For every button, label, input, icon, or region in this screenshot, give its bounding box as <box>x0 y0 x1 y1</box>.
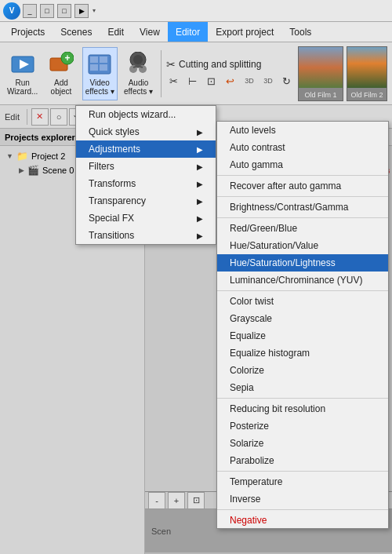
crop-tool-icon[interactable]: ⊡ <box>204 73 220 89</box>
menu-edit[interactable]: Edit <box>100 22 132 42</box>
tb-dropdown-arrow: ▾ <box>93 7 96 14</box>
menu-projects[interactable]: Projects <box>3 22 53 42</box>
circle-button[interactable]: ○ <box>50 108 67 126</box>
add-object-label: Addobject <box>51 78 72 96</box>
transitions-item[interactable]: Transitions ▶ <box>76 227 216 244</box>
audio-effects-button[interactable]: Audioeffects ▾ <box>121 47 156 100</box>
expand-arrow: ▼ <box>6 152 13 160</box>
equalize-histogram-item[interactable]: Equalize histogram <box>217 344 388 362</box>
transforms-item[interactable]: Transforms ▶ <box>76 175 216 192</box>
film-thumb-1-label: Old Film 1 <box>304 91 336 99</box>
tb-icon3[interactable]: □ <box>57 4 71 18</box>
grayscale-item[interactable]: Grayscale <box>217 310 388 327</box>
scene-0-label: Scene 0 <box>42 166 74 175</box>
reducing-bit-resolution-item[interactable]: Reducing bit resolution <box>217 400 388 417</box>
add-object-button[interactable]: + Addobject <box>43 47 78 100</box>
main-toolbar: Run Wizard... + Addobject Videoeffects ▾ <box>0 42 392 105</box>
adj-sep2 <box>217 196 388 197</box>
posterize-item[interactable]: Posterize <box>217 417 388 435</box>
svg-rect-7 <box>100 56 107 63</box>
negative-item[interactable]: Negative <box>217 512 388 529</box>
adj-sep4 <box>217 290 388 291</box>
filters-arrow: ▶ <box>197 162 203 171</box>
menu-scenes[interactable]: Scenes <box>53 22 100 42</box>
auto-contrast-item[interactable]: Auto contrast <box>217 139 388 156</box>
temperature-item[interactable]: Temperature <box>217 473 388 490</box>
recover-after-auto-gamma-item[interactable]: Recover after auto gamma <box>217 177 388 195</box>
video-effects-menu: Run objects wizard... Quick styles ▶ Adj… <box>75 105 216 245</box>
3d-icon2[interactable]: 3D <box>260 73 276 89</box>
film-thumb-1[interactable]: Old Film 1 <box>298 46 343 101</box>
luminance-chrominance-item[interactable]: Luminance/Chrominance (YUV) <box>217 272 388 289</box>
run-objects-wizard-item[interactable]: Run objects wizard... <box>76 106 216 123</box>
red-green-blue-item[interactable]: Red/Green/Blue <box>217 220 388 237</box>
tb-icon4[interactable]: ▶ <box>74 4 89 18</box>
menu-tools[interactable]: Tools <box>281 22 319 42</box>
project-icon: 📁 <box>16 151 28 162</box>
adjustments-item[interactable]: Adjustments ▶ <box>76 140 216 158</box>
edit-label: Edit <box>5 112 20 122</box>
film-thumb-2[interactable]: Old Film 2 <box>347 46 387 101</box>
adj-sep3 <box>217 217 388 218</box>
filters-item[interactable]: Filters ▶ <box>76 158 216 175</box>
audio-effects-label: Audioeffects ▾ <box>124 78 153 96</box>
3d-icon1[interactable]: 3D <box>241 73 257 89</box>
zoom-out-btn[interactable]: - <box>148 492 165 509</box>
close-button[interactable]: ✕ <box>31 108 49 126</box>
hue-saturation-lightness-item[interactable]: Hue/Saturation/Lightness <box>217 254 388 272</box>
sepia-item[interactable]: Sepia <box>217 379 388 396</box>
split-tool-icon[interactable]: ⊢ <box>185 73 201 89</box>
adj-sep6 <box>217 471 388 472</box>
toolbar-row1: ✂ Cutting and splitting <box>166 58 295 71</box>
adj-sep1 <box>217 175 388 176</box>
projects-explorer-label: Projects explorer <box>5 133 75 142</box>
color-twist-item[interactable]: Color twist <box>217 293 388 310</box>
toolbar2-sep1 <box>27 109 27 125</box>
rotate-icon[interactable]: ↻ <box>279 73 295 89</box>
film-thumb-2-bg <box>347 47 387 88</box>
fit-btn[interactable]: ⊡ <box>187 492 205 509</box>
adjustments-submenu: Auto levels Auto contrast Auto gamma Rec… <box>216 121 389 529</box>
inverse-item[interactable]: Inverse <box>217 490 388 508</box>
scene-arrow: ▶ <box>19 166 24 174</box>
transforms-arrow: ▶ <box>197 180 203 188</box>
cut-tool-icon[interactable]: ✂ <box>166 73 182 89</box>
scene-icon: 🎬 <box>27 165 39 176</box>
scene-label: Scen <box>151 527 171 536</box>
parabolize-item[interactable]: Parabolize <box>217 452 388 469</box>
video-effects-label: Videoeffects ▾ <box>85 78 114 96</box>
scissors-icon: ✂ <box>166 58 176 71</box>
run-wizard-icon <box>10 52 35 77</box>
tb-icon2[interactable]: □ <box>40 4 54 18</box>
svg-point-11 <box>133 55 143 64</box>
film-thumb-1-bg <box>299 47 343 88</box>
video-effects-icon <box>87 52 112 77</box>
menu-view[interactable]: View <box>132 22 168 42</box>
minimize-button[interactable]: _ <box>23 4 37 18</box>
quick-styles-item[interactable]: Quick styles ▶ <box>76 123 216 140</box>
transparency-arrow: ▶ <box>197 197 203 206</box>
transparency-item[interactable]: Transparency ▶ <box>76 192 216 210</box>
menu-editor[interactable]: Editor <box>168 22 208 42</box>
auto-gamma-item[interactable]: Auto gamma <box>217 156 388 173</box>
run-wizard-button[interactable]: Run Wizard... <box>5 47 40 100</box>
hue-saturation-value-item[interactable]: Hue/Saturation/Value <box>217 237 388 254</box>
film-preview: Old Film 1 Old Film 2 <box>298 46 387 101</box>
adjustments-arrow: ▶ <box>197 145 203 154</box>
audio-effects-icon <box>125 52 151 77</box>
equalize-item[interactable]: Equalize <box>217 327 388 344</box>
solarize-item[interactable]: Solarize <box>217 435 388 452</box>
colorize-item[interactable]: Colorize <box>217 362 388 379</box>
menu-export-project[interactable]: Export project <box>208 22 281 42</box>
run-wizard-label: Run Wizard... <box>7 78 38 96</box>
video-effects-button[interactable]: Videoeffects ▾ <box>82 47 118 100</box>
auto-levels-item[interactable]: Auto levels <box>217 122 388 139</box>
zoom-in-btn[interactable]: + <box>168 492 185 509</box>
svg-rect-6 <box>90 56 98 63</box>
toolbar-row2: ✂ ⊢ ⊡ ↩ 3D 3D ↻ <box>166 73 295 89</box>
adj-sep7 <box>217 509 388 510</box>
brightness-contrast-gamma-item[interactable]: Brightness/Contrast/Gamma <box>217 199 388 216</box>
special-fx-item[interactable]: Special FX ▶ <box>76 210 216 227</box>
add-object-icon: + <box>49 52 74 77</box>
undo-icon[interactable]: ↩ <box>223 73 238 89</box>
